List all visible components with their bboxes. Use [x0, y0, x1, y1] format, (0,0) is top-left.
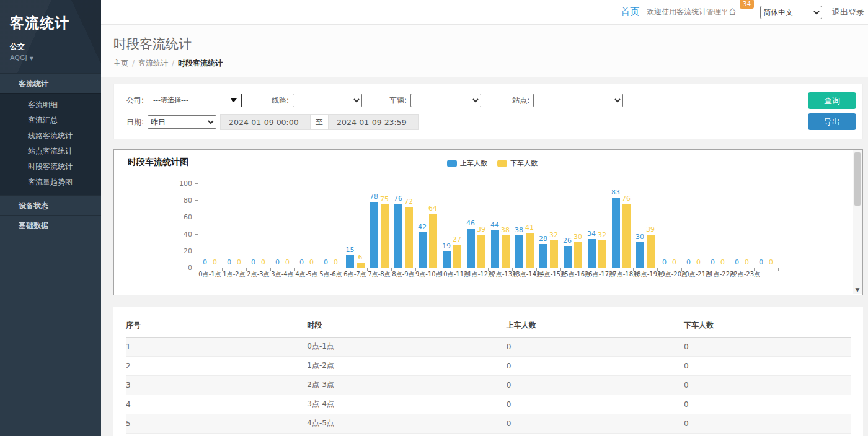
chart-category-group: 3432 [585, 173, 609, 268]
chart-category-group: 2630 [560, 173, 585, 268]
sidebar-item-trend-chart[interactable]: 客流量趋势图 [0, 175, 101, 190]
breadcrumb-home[interactable]: 主页 [113, 59, 128, 68]
bar [418, 232, 427, 268]
date-to-input[interactable]: 2024-01-09 23:59 [328, 114, 418, 130]
sidebar-item-line-stats[interactable]: 线路客流统计 [0, 128, 101, 144]
sidebar-item-base-data[interactable]: 基础数据 [0, 215, 101, 235]
x-axis-tick [633, 268, 634, 271]
table-cell: 5 [126, 414, 307, 434]
x-axis-tick-label: 11点-12点 [464, 270, 488, 279]
bar [502, 235, 510, 268]
bar [622, 204, 631, 268]
chart-scrollbar[interactable]: ▼ [852, 150, 862, 294]
x-axis-tick-label: 21点-22点 [706, 270, 730, 279]
bar-column: 46 [466, 219, 475, 268]
x-axis-tick-label: 9点-10点 [415, 270, 440, 279]
bar [429, 214, 437, 268]
table-cell: 0 [507, 357, 684, 376]
station-select[interactable] [533, 94, 623, 107]
chart-x-labels: 0点-1点1点-2点2点-3点3点-4点4点-5点5点-6点6点-7点7点-8点… [198, 270, 793, 279]
content: 公司: ---请选择--- 线路: 车辆: 站点: 日期: 昨日 2024-01… [101, 77, 868, 436]
bar-value-label: 26 [563, 237, 572, 245]
bar-column: 0 [235, 258, 243, 268]
bar [394, 204, 402, 268]
org-code-dropdown[interactable]: AQGJ▼ [10, 54, 91, 62]
table-header-row: 序号 时段 上车人数 下车人数 [126, 315, 851, 338]
sidebar-item-passenger-stats[interactable]: 客流统计 [0, 73, 101, 93]
station-label: 站点: [512, 95, 529, 106]
page-title: 时段客流统计 [113, 35, 853, 53]
bar-value-label: 0 [686, 258, 691, 266]
sidebar-item-device-status[interactable]: 设备状态 [0, 195, 101, 215]
chart-category-group: 00 [246, 173, 270, 268]
home-link[interactable]: 首页 [621, 6, 639, 18]
table-row: 32点-3点00 [126, 376, 851, 395]
header-alighting: 下车人数 [684, 315, 851, 338]
date-from-input[interactable]: 2024-01-09 00:00 [220, 114, 311, 130]
x-axis-tick-label: 0点-1点 [198, 270, 222, 279]
company-label: 公司: [126, 95, 144, 106]
legend-item[interactable]: 上车人数 [447, 159, 487, 168]
bar-column: 0 [757, 258, 765, 268]
header-boarding: 上车人数 [507, 315, 684, 338]
x-axis-tick [198, 268, 198, 271]
y-axis-tick-label: 40 [171, 230, 192, 238]
x-axis-tick [415, 268, 416, 271]
bar-value-label: 76 [622, 194, 631, 203]
x-axis-tick [343, 268, 343, 271]
chart-category-group: 00 [706, 173, 730, 268]
legend-label: 下车人数 [510, 159, 538, 168]
chart-legend: 上车人数下车人数 [447, 159, 538, 168]
table-row: 43点-4点00 [126, 395, 851, 414]
bar-column: 0 [322, 258, 330, 268]
bar-column: 0 [733, 258, 741, 268]
sidebar-item-period-stats[interactable]: 时段客流统计 [0, 159, 101, 175]
x-axis-tick [681, 268, 682, 271]
bar [381, 204, 389, 268]
bar-value-label: 0 [251, 258, 255, 266]
bar-column: 0 [709, 258, 717, 268]
bar-value-label: 0 [696, 258, 701, 266]
scroll-down-arrow-icon[interactable]: ▼ [853, 287, 862, 293]
bar-column: 0 [719, 258, 727, 268]
line-label: 线路: [272, 95, 289, 106]
language-select[interactable]: 简体中文 [760, 6, 822, 19]
sidebar-item-flow-detail[interactable]: 客流明细 [0, 97, 101, 113]
bar [647, 235, 655, 268]
bar-value-label: 41 [525, 224, 534, 232]
bar-column: 0 [694, 258, 702, 268]
bar [491, 230, 499, 268]
table-cell: 0 [507, 395, 684, 414]
bar-value-label: 0 [261, 258, 265, 266]
line-select[interactable] [293, 94, 362, 107]
bar [636, 242, 644, 268]
table-cell: 0 [507, 376, 684, 395]
period-stats-table: 序号 时段 上车人数 下车人数 10点-1点0021点-2点0032点-3点00… [126, 315, 851, 436]
bar-value-label: 38 [515, 226, 523, 234]
scrollbar-thumb[interactable] [854, 152, 861, 206]
x-axis-tick [367, 268, 368, 271]
x-axis-tick [319, 268, 319, 271]
bar-value-label: 30 [574, 233, 582, 241]
bar-value-label: 0 [285, 258, 290, 266]
breadcrumb-separator: / [172, 59, 174, 68]
x-axis-tick [754, 268, 755, 271]
bar-column: 83 [611, 188, 620, 268]
chart-x-axis-line [198, 268, 781, 268]
legend-item[interactable]: 下车人数 [497, 159, 538, 168]
sidebar-item-flow-summary[interactable]: 客流汇总 [0, 113, 101, 128]
logout-link[interactable]: 退出登录 [832, 7, 864, 18]
table-cell: 0 [684, 395, 851, 414]
search-button[interactable]: 查询 [808, 92, 856, 109]
bar-value-label: 28 [539, 235, 547, 243]
vehicle-select[interactable] [410, 94, 481, 107]
sidebar-item-station-stats[interactable]: 站点客流统计 [0, 144, 101, 159]
export-button[interactable]: 导出 [808, 113, 856, 130]
x-axis-tick-label: 7点-8点 [367, 270, 391, 279]
main-area: 时段客流统计 主页/客流统计/时段客流统计 公司: ---请选择--- 线路: … [101, 25, 868, 436]
date-preset-select[interactable]: 昨日 [148, 115, 216, 129]
breadcrumb-section[interactable]: 客流统计 [138, 59, 168, 68]
company-select[interactable]: ---请选择--- [148, 94, 242, 107]
page-head: 时段客流统计 主页/客流统计/时段客流统计 [101, 25, 868, 77]
bar [346, 255, 354, 268]
